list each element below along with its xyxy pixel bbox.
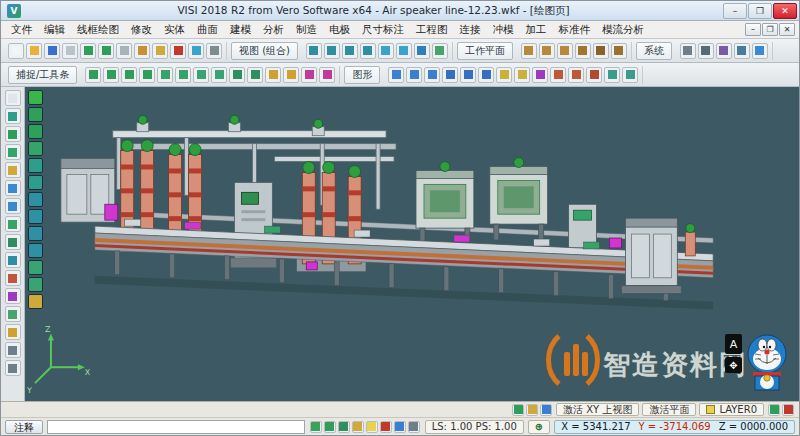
database-icon[interactable] <box>734 43 750 59</box>
layer-indicator[interactable]: LAYER0 <box>699 403 764 416</box>
snap-intersection-icon[interactable] <box>139 67 155 83</box>
shaded-mode-icon[interactable] <box>5 126 21 142</box>
system-settings-icon[interactable] <box>680 43 696 59</box>
snap-group-caption[interactable]: 捕捉/工具条 <box>8 66 77 84</box>
mirror-tool-icon[interactable] <box>604 67 620 83</box>
refresh-display-icon[interactable] <box>512 404 524 416</box>
new-file-icon[interactable] <box>8 43 24 59</box>
track-toggle-icon[interactable] <box>338 421 350 433</box>
doc-close-button[interactable]: ✕ <box>779 23 795 36</box>
paste-icon[interactable] <box>152 43 168 59</box>
snap-center-icon[interactable] <box>121 67 137 83</box>
snap-angle-icon[interactable] <box>283 67 299 83</box>
menu-item[interactable]: 曲面 <box>191 22 224 38</box>
menu-item[interactable]: 尺寸标注 <box>356 22 410 38</box>
shade-toggle-icon[interactable] <box>28 277 43 292</box>
snap-end-icon[interactable] <box>85 67 101 83</box>
origin-indicator-icon[interactable]: ⊕ <box>528 420 550 434</box>
doc-restore-button[interactable]: ❐ <box>762 23 778 36</box>
snap-face-icon[interactable] <box>301 67 317 83</box>
zoom-fit-view-icon[interactable] <box>28 141 43 156</box>
viewport-3d[interactable]: Z X Y 智造资料网 <box>25 87 799 401</box>
curve-project-icon[interactable] <box>5 252 21 268</box>
right-view-quick-icon[interactable] <box>28 226 43 241</box>
macro-icon[interactable] <box>716 43 732 59</box>
menu-item[interactable]: 文件 <box>5 22 38 38</box>
snap-perpendicular-icon[interactable] <box>175 67 191 83</box>
zoom-window-icon[interactable] <box>396 43 412 59</box>
pan-view-icon[interactable] <box>28 158 43 173</box>
select-arrow-icon[interactable] <box>5 90 21 106</box>
menu-item[interactable]: 修改 <box>125 22 158 38</box>
view-cube-icon[interactable] <box>28 90 43 105</box>
solid-box-icon[interactable] <box>5 180 21 196</box>
camera-view-icon[interactable] <box>5 342 21 358</box>
shaded-view-icon[interactable] <box>432 43 448 59</box>
view-lock-icon[interactable] <box>782 404 794 416</box>
menu-item[interactable]: 编辑 <box>38 22 71 38</box>
surface-loft-icon[interactable] <box>5 234 21 250</box>
top-view-icon[interactable] <box>324 43 340 59</box>
active-plane-indicator[interactable]: 激活平面 <box>642 403 696 416</box>
prompt-button[interactable]: 注释 <box>5 420 43 434</box>
workplane-xy-icon[interactable] <box>521 43 537 59</box>
offset-tool-icon[interactable] <box>622 67 638 83</box>
menu-item[interactable]: 建模 <box>224 22 257 38</box>
snap-nearest-icon[interactable] <box>247 67 263 83</box>
snap-mid-icon[interactable] <box>103 67 119 83</box>
menu-item[interactable]: 标准件 <box>553 22 597 38</box>
doc-minimize-button[interactable]: – <box>745 23 761 36</box>
line-tool-icon[interactable] <box>388 67 404 83</box>
layer-visibility-icon[interactable] <box>28 294 43 309</box>
close-button[interactable]: ✕ <box>773 3 797 19</box>
calculator-icon[interactable] <box>698 43 714 59</box>
undo-icon[interactable] <box>80 43 96 59</box>
snap-edge-icon[interactable] <box>319 67 335 83</box>
workplane-reset-icon[interactable] <box>611 43 627 59</box>
open-file-icon[interactable] <box>26 43 42 59</box>
coord-mode-icon[interactable] <box>310 421 322 433</box>
right-view-icon[interactable] <box>360 43 376 59</box>
views-group-caption[interactable]: 视图 (组合) <box>231 42 298 60</box>
active-view-indicator[interactable]: 激活 XY 上视图 <box>556 403 639 416</box>
workplane-align-icon[interactable] <box>593 43 609 59</box>
help-icon[interactable] <box>752 43 768 59</box>
minimize-button[interactable]: – <box>723 3 747 19</box>
system-group-caption[interactable]: 系统 <box>636 42 672 60</box>
print-icon[interactable] <box>62 43 78 59</box>
chamfer-tool-icon[interactable] <box>586 67 602 83</box>
hatch-tool-icon[interactable] <box>532 67 548 83</box>
solid-cylinder-icon[interactable] <box>5 198 21 214</box>
snap-origin-icon[interactable] <box>265 67 281 83</box>
arc-tool-icon[interactable] <box>424 67 440 83</box>
save-file-icon[interactable] <box>44 43 60 59</box>
zoom-out-icon[interactable] <box>28 124 43 139</box>
menu-item[interactable]: 电极 <box>323 22 356 38</box>
hidden-line-mode-icon[interactable] <box>5 144 21 160</box>
measure-distance-icon[interactable] <box>5 270 21 286</box>
grid-toggle-icon[interactable] <box>526 404 538 416</box>
delete-icon[interactable] <box>170 43 186 59</box>
snap-node-icon[interactable] <box>193 67 209 83</box>
wireframe-mode-icon[interactable] <box>5 108 21 124</box>
menu-item[interactable]: 制造 <box>290 22 323 38</box>
fillet-tool-icon[interactable] <box>568 67 584 83</box>
light-settings-icon[interactable] <box>5 324 21 340</box>
top-view-quick-icon[interactable] <box>28 192 43 207</box>
pen-color-icon[interactable] <box>380 421 392 433</box>
render-view-icon[interactable] <box>5 306 21 322</box>
workplane-yz-icon[interactable] <box>557 43 573 59</box>
polyline-tool-icon[interactable] <box>460 67 476 83</box>
iso-view-icon[interactable] <box>306 43 322 59</box>
menu-item[interactable]: 分析 <box>257 22 290 38</box>
properties-icon[interactable] <box>206 43 222 59</box>
front-view-quick-icon[interactable] <box>28 209 43 224</box>
layer-manager-icon[interactable] <box>5 162 21 178</box>
redo-icon[interactable] <box>98 43 114 59</box>
menu-item[interactable]: 实体 <box>158 22 191 38</box>
point-tool-icon[interactable] <box>496 67 512 83</box>
rectangle-tool-icon[interactable] <box>442 67 458 83</box>
surface-patch-icon[interactable] <box>5 216 21 232</box>
circle-tool-icon[interactable] <box>406 67 422 83</box>
iso-view-quick-icon[interactable] <box>28 243 43 258</box>
